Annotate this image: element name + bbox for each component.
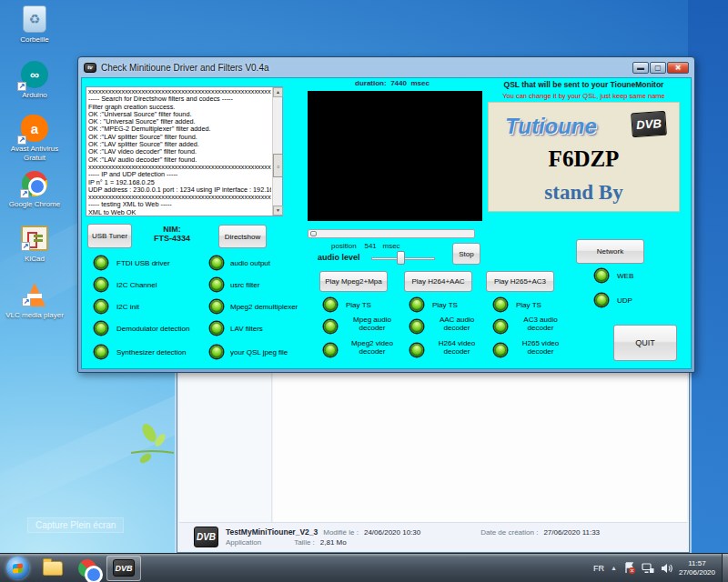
taskbar-item-minitioune-active[interactable]: DVB [106,556,141,581]
audio-level-slider-thumb[interactable] [397,251,405,265]
size-label: Taille : [294,538,315,547]
file-name: TestMyMiniTiouner_V2_3 [226,527,318,537]
desktop-icon-label: Google Chrome [2,200,67,209]
arduino-icon: ∞↗ [21,61,48,88]
dvb-file-icon: DVB [194,527,218,547]
shortcut-arrow-icon: ↗ [21,242,30,251]
mpeg2-demultiplexer-led [210,300,223,313]
desktop-icon-label: Corbeille [2,35,67,45]
usb-tuner-button[interactable]: USB Tuner [87,224,132,248]
wallpaper-sprout-art [129,416,175,467]
log-scrollbar[interactable]: ▲ ≡ ▼ [272,87,282,216]
i2c-channel-led [95,278,107,291]
app-window: tv Check Minitioune Driver and Filters V… [77,56,695,373]
web-led [595,269,608,282]
modified-label: Modifié le : [323,528,359,537]
h265-video-decoder-led [494,344,507,356]
desktop-icon-label: KiCad [2,255,67,264]
modified-value: 24/06/2020 10:30 [364,528,420,537]
network-button[interactable]: Network [576,239,644,264]
taskbar-item-chrome[interactable] [72,557,103,580]
aac-audio-decoder-led [410,320,423,333]
stop-button[interactable]: Stop [452,243,480,265]
minimize-button[interactable]: ▬ [632,62,649,74]
audio-level-label: audio level [318,253,360,262]
desktop-icon-chrome[interactable]: ↗ Google Chrome [2,169,67,209]
position-text: position 541 msec [331,242,400,250]
ftdi-usb-driver-led [95,256,107,269]
desktop-icon-arduino[interactable]: ∞↗ Arduino [2,60,67,100]
quit-button[interactable]: QUIT [613,325,677,361]
show-desktop-button[interactable] [722,554,728,582]
led-label: H264 video decoder [429,339,485,356]
dvb-app-icon: DVB [113,559,135,577]
qsl-header: QSL that will be sent to your TiouneMoni… [475,80,693,89]
kicad-icon: ↗ [21,226,48,251]
network-tray-icon[interactable] [642,563,654,574]
led-label: Mpeg2 demultiplexer [230,303,298,311]
demodulator-detection-led [95,322,107,335]
close-button[interactable]: ✕ [667,62,689,74]
clock-date: 27/06/2020 [679,568,715,577]
app-client-area: xxxxxxxxxxxxxxxxxxxxxxxxxxxxxxxxxxxxxxxx… [81,77,692,369]
tray-clock[interactable]: 11:57 27/06/2020 [679,559,715,577]
size-value: 2,81 Mo [320,538,347,547]
led-label: I2C Channel [116,281,157,289]
volume-tray-icon[interactable] [661,563,672,574]
created-label: Date de création : [480,528,538,537]
play-h264-button[interactable]: Play H264+AAC [404,271,472,292]
audio-output-led [210,256,223,269]
play-mpeg2-button[interactable]: Play Mpeg2+Mpa [319,271,388,292]
play-h265-button[interactable]: Play H265+AC3 [486,271,554,292]
video-preview-area [308,91,482,221]
scroll-down-icon[interactable]: ▼ [273,206,283,216]
led-label: Play TS [516,301,541,309]
qsl-subheader: You can change it by your QSL, just keep… [475,92,693,100]
led-label: H265 video decoder [512,339,569,356]
desktop-icon-kicad[interactable]: ↗ KiCad [2,224,67,264]
chrome-icon [78,559,96,577]
desktop-icon-label: Arduino [2,91,67,100]
position-slider[interactable] [308,229,475,238]
taskbar: DVB FR ▲ 11:57 27/06/2020 [0,553,728,582]
explorer-details-pane: DVB TestMyMiniTiouner_V2_3 Modifié le : … [179,522,687,550]
led-label: AAC audio decoder [429,316,485,332]
scroll-up-icon[interactable]: ▲ [273,87,283,97]
app-titlebar[interactable]: tv Check Minitioune Driver and Filters V… [78,57,694,77]
desktop-icon-avast[interactable]: a↗ Avast Antivirus Gratuit [2,114,67,162]
start-button[interactable] [6,557,29,579]
udp-label: UDP [617,296,632,305]
led-label: your QSL jpeg file [230,348,288,356]
led-label: Synthesizer detection [116,348,187,356]
app-window-icon: tv [84,63,96,73]
action-center-flag-icon[interactable] [623,562,635,574]
led-label: LAV filters [230,325,263,333]
qsl-jpeg-file-led [210,346,223,358]
usrc-filter-led [210,278,223,291]
led-label: Play TS [432,301,458,309]
scrollbar-thumb[interactable]: ≡ [273,154,283,177]
log-text: xxxxxxxxxxxxxxxxxxxxxxxxxxxxxxxxxxxxxxxx… [88,88,271,215]
web-label: WEB [617,272,633,280]
avast-icon: a↗ [21,115,48,142]
position-slider-thumb[interactable] [310,231,317,236]
lav-filters-led [210,322,223,335]
clock-time: 11:57 [679,559,715,568]
maximize-button[interactable]: ▢ [650,62,666,74]
directshow-button[interactable]: Directshow [218,225,267,248]
qsl-dvb-logo-icon: DVB [631,111,667,138]
desktop-icon-vlc[interactable]: ↗ VLC media player [2,280,67,320]
taskbar-item-explorer[interactable] [37,557,68,580]
created-value: 27/06/2020 11:33 [543,528,600,537]
language-indicator[interactable]: FR [593,564,604,573]
log-output[interactable]: xxxxxxxxxxxxxxxxxxxxxxxxxxxxxxxxxxxxxxxx… [86,86,283,216]
i2c-init-led [95,300,107,313]
led-label: Mpeg audio decoder [344,316,400,332]
desktop-icon-label: VLC media player [2,311,67,320]
qsl-callsign: F6DZP [489,146,679,172]
desktop-icon-recycle-bin[interactable]: ♻ Corbeille [2,5,67,45]
play-ts-led [410,298,423,311]
tray-expand-icon[interactable]: ▲ [611,565,617,571]
ac3-audio-decoder-led [494,320,507,333]
mpeg2-video-decoder-led [324,344,337,356]
